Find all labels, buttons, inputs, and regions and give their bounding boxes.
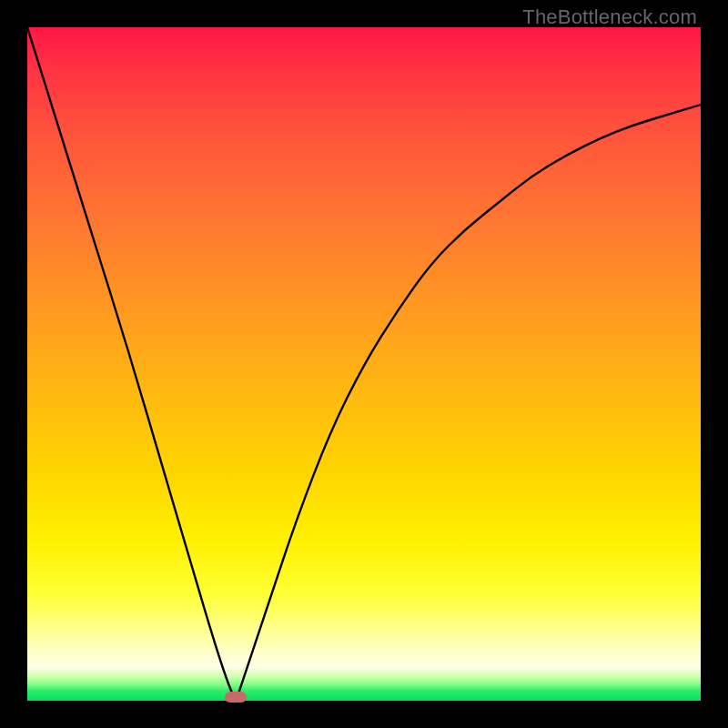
chart-plot-area <box>27 27 701 701</box>
chart-minimum-marker <box>225 692 247 703</box>
watermark-text: TheBottleneck.com <box>522 5 697 29</box>
chart-frame: TheBottleneck.com <box>0 0 728 728</box>
chart-curve-canvas <box>27 27 701 701</box>
